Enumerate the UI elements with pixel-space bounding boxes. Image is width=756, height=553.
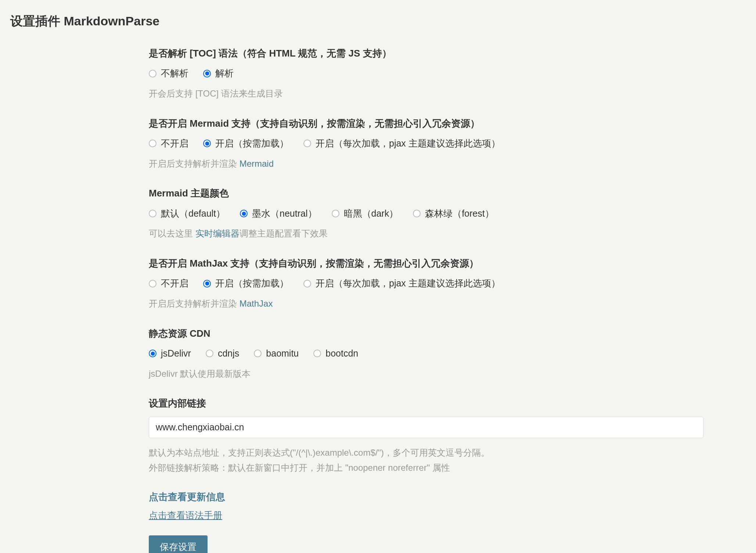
radio-label: cdnjs <box>218 347 239 361</box>
group-mathjax-desc: 开启后支持解析并渲染 MathJax <box>149 296 707 311</box>
internal-link-input[interactable] <box>149 417 703 438</box>
update-info-title[interactable]: 点击查看更新信息 <box>149 491 707 503</box>
radio-cdn-2[interactable]: baomitu <box>254 347 299 361</box>
group-theme-desc: 可以去这里 实时编辑器调整主题配置看下效果 <box>149 226 707 241</box>
mermaid-link[interactable]: Mermaid <box>240 159 274 169</box>
radio-icon <box>149 70 156 77</box>
desc-text: 调整主题配置看下效果 <box>240 228 328 238</box>
radio-label: baomitu <box>266 347 299 361</box>
radio-row-mermaid-theme: 默认（default） 墨水（neutral） 暗黑（dark） 森林绿（for… <box>149 207 707 221</box>
radio-icon <box>303 140 311 147</box>
radio-mermaid-1[interactable]: 开启（按需加载） <box>203 137 289 151</box>
radio-label: bootcdn <box>325 347 358 361</box>
radio-label: 解析 <box>215 66 234 80</box>
radio-label: 开启（按需加载） <box>215 276 289 290</box>
group-cdn-label: 静态资源 CDN <box>149 327 707 340</box>
radio-label: 墨水（neutral） <box>252 207 317 221</box>
radio-cdn-0[interactable]: jsDelivr <box>149 347 191 361</box>
group-toc: 是否解析 [TOC] 语法（符合 HTML 规范，无需 JS 支持） 不解析 解… <box>149 47 707 101</box>
radio-label: 默认（default） <box>161 207 225 221</box>
radio-toc-0[interactable]: 不解析 <box>149 66 188 80</box>
radio-icon <box>313 350 321 357</box>
live-editor-link[interactable]: 实时编辑器 <box>195 228 240 238</box>
save-button[interactable]: 保存设置 <box>149 535 208 553</box>
radio-toc-1[interactable]: 解析 <box>203 66 234 80</box>
group-mathjax-label: 是否开启 MathJax 支持（支持自动识别，按需渲染，无需担心引入冗余资源） <box>149 257 707 270</box>
radio-icon <box>332 210 339 217</box>
radio-icon <box>413 210 421 217</box>
radio-label: 开启（按需加载） <box>215 137 289 151</box>
radio-icon <box>240 210 248 217</box>
radio-mermaid-0[interactable]: 不开启 <box>149 137 188 151</box>
desc-text: 可以去这里 <box>149 228 195 238</box>
radio-icon <box>203 140 211 147</box>
radio-mathjax-2[interactable]: 开启（每次加载，pjax 主题建议选择此选项） <box>303 276 500 290</box>
radio-mathjax-1[interactable]: 开启（按需加载） <box>203 276 289 290</box>
group-internal-link: 设置内部链接 默认为本站点地址，支持正则表达式("/(^|\.)example\… <box>149 397 707 475</box>
radio-icon <box>149 350 156 357</box>
radio-row-toc: 不解析 解析 <box>149 66 707 80</box>
radio-icon <box>149 140 156 147</box>
group-mermaid-theme-label: Mermaid 主题颜色 <box>149 187 707 200</box>
radio-mathjax-0[interactable]: 不开启 <box>149 276 188 290</box>
group-toc-desc: 开会后支持 [TOC] 语法来生成目录 <box>149 86 707 101</box>
radio-icon <box>149 210 156 217</box>
radio-label: 不开启 <box>161 137 188 151</box>
desc-text: 开启后支持解析并渲染 <box>149 159 240 169</box>
radio-cdn-1[interactable]: cdnjs <box>206 347 239 361</box>
group-mermaid: 是否开启 Mermaid 支持（支持自动识别，按需渲染，无需担心引入冗余资源） … <box>149 117 707 171</box>
radio-icon <box>303 280 311 288</box>
group-mermaid-label: 是否开启 Mermaid 支持（支持自动识别，按需渲染，无需担心引入冗余资源） <box>149 117 707 130</box>
group-mermaid-theme: Mermaid 主题颜色 默认（default） 墨水（neutral） 暗黑（… <box>149 187 707 241</box>
radio-icon <box>254 350 262 357</box>
radio-icon <box>149 280 156 288</box>
group-mathjax: 是否开启 MathJax 支持（支持自动识别，按需渲染，无需担心引入冗余资源） … <box>149 257 707 311</box>
radio-label: jsDelivr <box>161 347 191 361</box>
radio-icon <box>203 280 211 288</box>
internal-desc2: 外部链接解析策略：默认在新窗口中打开，并加上 "noopener norefer… <box>149 460 707 476</box>
radio-row-mermaid: 不开启 开启（按需加载） 开启（每次加载，pjax 主题建议选择此选项） <box>149 137 707 151</box>
radio-label: 不开启 <box>161 276 188 290</box>
group-cdn: 静态资源 CDN jsDelivr cdnjs baomitu bootcdn <box>149 327 707 382</box>
radio-row-mathjax: 不开启 开启（按需加载） 开启（每次加载，pjax 主题建议选择此选项） <box>149 276 707 290</box>
page-title: 设置插件 MarkdownParse <box>10 13 746 30</box>
group-mermaid-desc: 开启后支持解析并渲染 Mermaid <box>149 156 707 171</box>
radio-label: 不解析 <box>161 66 188 80</box>
syntax-manual-link[interactable]: 点击查看语法手册 <box>149 509 222 521</box>
radio-icon <box>203 70 211 77</box>
radio-mermaid-2[interactable]: 开启（每次加载，pjax 主题建议选择此选项） <box>303 137 500 151</box>
radio-theme-3[interactable]: 森林绿（forest） <box>413 207 494 221</box>
radio-label: 开启（每次加载，pjax 主题建议选择此选项） <box>316 137 500 151</box>
radio-cdn-3[interactable]: bootcdn <box>313 347 358 361</box>
radio-theme-0[interactable]: 默认（default） <box>149 207 225 221</box>
group-cdn-desc: jsDelivr 默认使用最新版本 <box>149 366 707 382</box>
radio-label: 开启（每次加载，pjax 主题建议选择此选项） <box>316 276 500 290</box>
radio-row-cdn: jsDelivr cdnjs baomitu bootcdn <box>149 347 707 361</box>
desc-text: 开启后支持解析并渲染 <box>149 299 240 308</box>
internal-desc1: 默认为本站点地址，支持正则表达式("/(^|\.)example\.com$/"… <box>149 445 707 460</box>
mathjax-link[interactable]: MathJax <box>240 299 273 308</box>
group-internal-label: 设置内部链接 <box>149 397 707 410</box>
group-toc-label: 是否解析 [TOC] 语法（符合 HTML 规范，无需 JS 支持） <box>149 47 707 60</box>
radio-icon <box>206 350 213 357</box>
radio-theme-1[interactable]: 墨水（neutral） <box>240 207 317 221</box>
radio-label: 暗黑（dark） <box>344 207 399 221</box>
radio-label: 森林绿（forest） <box>425 207 494 221</box>
radio-theme-2[interactable]: 暗黑（dark） <box>332 207 399 221</box>
